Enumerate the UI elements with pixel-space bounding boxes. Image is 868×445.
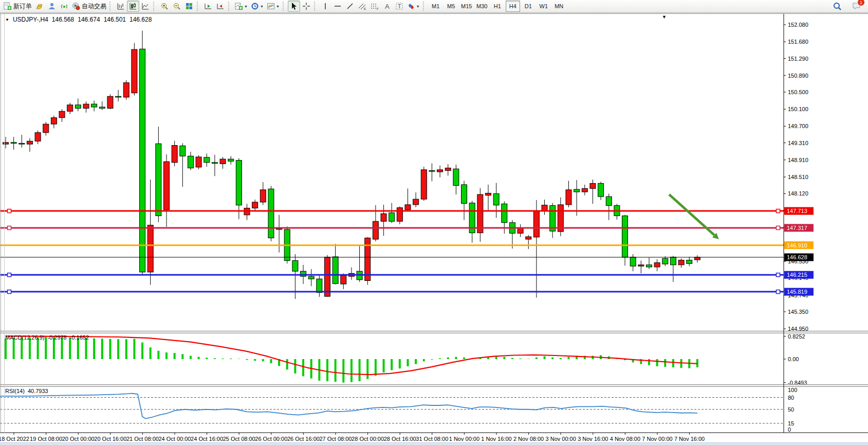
price-badge-label: 147.713 [787, 208, 807, 214]
level-lines[interactable]: 147.713147.317146.910146.628146.215145.8… [0, 207, 814, 296]
line-handle [8, 226, 11, 229]
candle-body [389, 213, 395, 222]
candle-body [381, 213, 386, 221]
svg-text:151.290: 151.290 [788, 56, 808, 62]
candle-body [486, 193, 491, 195]
candle-body [220, 159, 226, 164]
crosshair-button[interactable] [300, 1, 312, 12]
autotrade-label: 自动交易 [82, 2, 106, 11]
notification-badge: 1 [857, 0, 865, 6]
timeframe-button-M1[interactable]: M1 [429, 1, 443, 12]
time-label: 25 Oct 08:00 [223, 436, 255, 442]
timeframe-button-H4[interactable]: H4 [506, 1, 520, 12]
timeframe-button-M15[interactable]: M15 [459, 1, 474, 12]
signal-button[interactable] [58, 1, 70, 12]
candle-body [276, 228, 282, 229]
chart-canvas[interactable]: 152.080151.680151.290150.890150.500150.1… [0, 14, 868, 445]
channel-button[interactable]: E [356, 1, 368, 12]
text-button[interactable]: A [381, 1, 393, 12]
chart-title: ▼ USDJPY-,H4 146.568 146.674 146.501 146… [5, 16, 152, 23]
svg-text:150.100: 150.100 [788, 106, 808, 112]
timeframe-button-W1[interactable]: W1 [537, 1, 551, 12]
tile-windows-button[interactable] [183, 1, 195, 12]
svg-text:E: E [364, 7, 366, 10]
timeframe-button-H1[interactable]: H1 [490, 1, 505, 12]
notifications-button[interactable]: 1 [851, 1, 863, 12]
time-label: 20 Oct 16:00 [94, 436, 126, 442]
chart-shift-button[interactable] [214, 1, 227, 12]
svg-text:148.910: 148.910 [788, 157, 808, 163]
candle-body [606, 197, 612, 205]
candle-body [405, 205, 411, 210]
timeframe-button-M5[interactable]: M5 [444, 1, 458, 12]
search-icon [833, 2, 842, 11]
template-button[interactable]: ▼ [265, 1, 281, 12]
text-label-button[interactable]: T [393, 1, 405, 12]
time-label: 24 Oct 00:00 [159, 436, 191, 442]
candle-body [647, 265, 652, 267]
time-label: 3 Nov 00:00 [546, 436, 576, 442]
candle-body [35, 133, 41, 141]
macd-pane [6, 336, 697, 382]
candle-body [373, 221, 378, 239]
new-order-button[interactable]: 新订单 [2, 1, 33, 12]
line-chart-button[interactable] [139, 1, 152, 12]
zoom-in-button[interactable] [158, 1, 171, 12]
autoscroll-button[interactable] [202, 1, 214, 12]
candle-body [147, 225, 153, 272]
trend-arrow[interactable] [669, 194, 719, 239]
template-icon [267, 2, 275, 10]
chart-symbol: USDJPY-,H4 [13, 16, 48, 23]
bar-chart-button[interactable] [115, 1, 127, 12]
time-label: 7 Nov 16:00 [674, 436, 705, 442]
horizontal-line-icon [334, 2, 342, 10]
candle-body [461, 185, 467, 203]
time-label: 26 Oct 16:00 [287, 436, 320, 442]
candlestick-chart-button[interactable] [127, 1, 139, 12]
zoom-out-button[interactable] [171, 1, 183, 12]
cursor-button[interactable] [288, 1, 300, 12]
candle-body [654, 263, 660, 267]
time-label: 1 Nov 00:00 [449, 436, 479, 442]
timeframe-button-MN[interactable]: MN [552, 1, 566, 12]
svg-text:150.500: 150.500 [788, 89, 808, 95]
candle-body [164, 162, 170, 210]
svg-text:0: 0 [788, 426, 791, 433]
candle-body [67, 105, 73, 111]
time-label: 20 Oct 00:00 [62, 436, 95, 442]
mt4-window: { "toolbar": { "new_order_label": "新订单",… [0, 0, 868, 445]
candle-body [140, 49, 145, 272]
new-chart-button[interactable]: ▼ [233, 1, 249, 12]
candle-body [526, 237, 531, 239]
community-button[interactable] [46, 1, 58, 12]
vertical-line-button[interactable] [319, 1, 331, 12]
candle-body [638, 265, 644, 266]
candle-body [308, 276, 314, 279]
gold-button[interactable] [33, 1, 46, 12]
search-button[interactable] [831, 1, 843, 12]
fibonacci-button[interactable]: F [368, 1, 381, 12]
autotrade-button[interactable]: 自动交易 [70, 1, 108, 12]
svg-text:0.00: 0.00 [788, 356, 799, 362]
text-icon: A [383, 2, 391, 10]
price-badge-label: 147.317 [787, 225, 807, 231]
chart-window[interactable]: ▼ USDJPY-,H4 146.568 146.674 146.501 146… [0, 13, 868, 445]
timeframe-button-M30[interactable]: M30 [475, 1, 489, 12]
candle-body [333, 257, 338, 283]
chart-expander-icon[interactable]: ▼ [5, 17, 9, 22]
chart-menu-caret-icon[interactable]: ▼ [662, 14, 667, 20]
candle-body [670, 257, 676, 265]
window-bottom-strip [0, 442, 868, 445]
period-button[interactable]: ▼ [249, 1, 265, 12]
time-label: 26 Oct 00:00 [255, 436, 287, 442]
arrows-button[interactable]: ▼ [405, 1, 421, 12]
candle-body [566, 190, 571, 205]
trendline-button[interactable] [344, 1, 356, 12]
horizontal-line-button[interactable] [331, 1, 344, 12]
timeframe-button-D1[interactable]: D1 [521, 1, 535, 12]
candle-body [413, 199, 419, 205]
rsi-value: 40.7933 [28, 388, 48, 394]
bar-chart-icon [117, 2, 125, 10]
chart-close: 146.628 [130, 16, 152, 23]
candle-body [317, 279, 322, 293]
